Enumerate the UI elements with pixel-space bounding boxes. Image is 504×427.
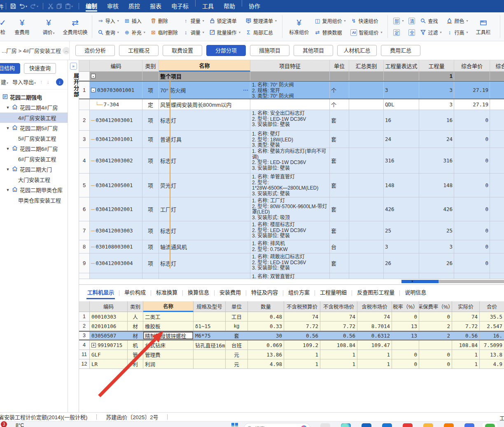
sidebar-tool-建[interactable]: 建▾	[1, 78, 8, 86]
notification-badge[interactable]: 3	[1, 421, 7, 427]
view-tab-工程概况[interactable]: 工程概况	[119, 45, 159, 56]
ribbon-button-整理清单[interactable]: 整理清单▾	[245, 16, 277, 26]
column-header-名称[interactable]: 名称	[143, 301, 194, 312]
expand-sections-label[interactable]: 展开分部	[68, 73, 79, 98]
whole-project-row[interactable]: -整个项目1	[79, 72, 504, 81]
menu-tab-报表[interactable]: 报表	[145, 0, 166, 12]
tree-item-花园二期强电[interactable]: 花园二期强电	[0, 92, 68, 102]
ribbon-button-查费用[interactable]: ¥查费用	[9, 14, 35, 40]
ribbon-button-提量[interactable]: ↑提量▾	[183, 16, 204, 26]
name-more-button[interactable]: ⋯	[243, 87, 249, 93]
tree-item-花园二期甲类仓库[interactable]: ▼花园二期甲类仓库	[0, 185, 68, 195]
row-expander[interactable]: +	[91, 343, 96, 347]
resource-row-00010303[interactable]: 100010303人二类工工日0.48747474007435.5	[79, 312, 504, 321]
ribbon-button-查询[interactable]: 查询▾	[98, 28, 119, 38]
view-tab-造价分析[interactable]: 造价分析	[75, 45, 115, 56]
detail-tab-工程量明细[interactable]: 工程量明细	[315, 285, 352, 301]
mail-icon[interactable]	[382, 423, 392, 427]
column-header-不含税市场价[interactable]: 不含税市场价	[320, 301, 357, 312]
undo-icon[interactable]: ▾	[19, 3, 27, 9]
boq-row-8[interactable]: 8─030108003001项轴流通风机1. 名称: 排风机2. 型号: 0.7…	[79, 240, 504, 253]
ribbon-button-工具栏[interactable]: 工具栏	[470, 14, 497, 40]
docs-icon[interactable]	[464, 423, 474, 427]
menu-tab-协作[interactable]: 协作	[244, 0, 265, 12]
view-tab-分部分项[interactable]: 分部分项	[206, 45, 246, 56]
tree-item-4#厂房安装工程[interactable]: 4#厂房安装工程	[0, 113, 68, 123]
move-up-icon[interactable]: ↑	[40, 79, 43, 85]
column-header-编码[interactable]: 编码	[90, 60, 142, 72]
column-header-单位[interactable]: 单位	[330, 60, 349, 72]
download-circle-icon[interactable]: ↓	[56, 78, 63, 86]
view-tab-人材机汇总[interactable]: 人材机汇总	[337, 45, 377, 56]
boq-row-3[interactable]: 3─030412001001项普通灯具1. 名称: 壁灯2. 型号: 18W(L…	[79, 131, 504, 148]
edge-icon[interactable]	[341, 423, 351, 427]
windows-start-icon[interactable]	[231, 423, 238, 427]
sidebar-tool-导入导出[interactable]: 导入导出▾	[12, 78, 36, 86]
ribbon-button-检[interactable]: ✓检	[0, 14, 9, 40]
detail-tab-反查图形工程量[interactable]: 反查图形工程量	[352, 285, 399, 301]
column-header-综合单价[interactable]: 综合单价	[454, 60, 490, 72]
ribbon-button-快速组价[interactable]: ↯快速组价	[350, 16, 382, 26]
ribbon-button-局部汇总[interactable]: Σ局部汇总	[245, 28, 277, 38]
cut-icon[interactable]	[48, 3, 54, 9]
ribbon-button-复用组价[interactable]: ◫复用组价▾	[314, 16, 345, 26]
detail-tab-安装费用[interactable]: 安装费用	[215, 285, 246, 301]
menu-tab-编制[interactable]: 编制	[81, 0, 102, 12]
redo-icon[interactable]: ▾	[30, 3, 38, 9]
ribbon-button-替换数据[interactable]: ⇄替换数据	[314, 28, 345, 38]
ribbon-button-调量[interactable]: ↕调量▾	[183, 28, 204, 38]
ribbon-button-行高[interactable]: ↕行高▾	[446, 28, 468, 38]
ribbon-button-全费用切换[interactable]: ⇄全费用切换	[62, 14, 88, 40]
view-tab-措施项目[interactable]: 措施项目	[250, 45, 289, 56]
menu-tab-帮助[interactable]: 帮助	[219, 0, 240, 12]
tree-item-大门安装工程[interactable]: 大门安装工程	[0, 174, 68, 185]
news-icon[interactable]	[320, 423, 330, 427]
column-header-工程量表达式[interactable]: 工程量表达式	[384, 60, 419, 72]
row-number-header[interactable]	[79, 60, 90, 72]
tree-item-花园二期4#厂房[interactable]: ▼花园二期4#厂房	[0, 102, 68, 113]
column-header-名称[interactable]: 名称	[159, 60, 250, 72]
ribbon-button-标准组价[interactable]: ¥标准组价	[286, 14, 312, 40]
tree-item-花园二期大门[interactable]: ▼花园二期大门	[0, 164, 68, 174]
ribbon-button-插入[interactable]: ⊞插入	[124, 16, 145, 26]
tree-item-甲类仓库安装工程[interactable]: 甲类仓库安装工程	[0, 195, 68, 205]
menu-tab-工具[interactable]: 工具	[197, 0, 219, 12]
ribbon-button-定[interactable]: 定	[393, 28, 404, 38]
ribbon-button-补充[interactable]: ⊕补充▾	[124, 28, 145, 38]
column-header-税率（%）[interactable]: 税率（%）	[392, 301, 419, 312]
folder-icon[interactable]	[423, 423, 433, 427]
boq-row-9[interactable]: 9─030412003004项标志灯1. 名称: 疏散出口标志灯2. 型号: L…	[79, 253, 504, 273]
ribbon-button-清[interactable]: 清	[408, 16, 415, 26]
resource-row-02010106[interactable]: 202010106材橡胶板δ1~15kg0.337.727.728.701413…	[79, 321, 504, 331]
ribbon-button-临时删除[interactable]: ⊠临时删除	[150, 28, 178, 38]
expand-panel-button[interactable]: »	[70, 63, 77, 70]
column-header-合价[interactable]: 合价	[480, 301, 504, 312]
resource-row-03050507[interactable]: 303050507材精制带母镀锌螺栓M6*75套300.560.560.6312…	[79, 331, 504, 340]
ribbon-button-调价[interactable]: ¥调价▾	[35, 14, 62, 40]
move-down-icon[interactable]: ↓	[47, 79, 50, 85]
copy-icon[interactable]	[56, 3, 62, 9]
column-header-含税市场价[interactable]: 含税市场价	[357, 301, 392, 312]
taskbar-search[interactable]: 搜索	[244, 423, 310, 427]
menu-tab-审核[interactable]: 审核	[102, 0, 124, 12]
menu-tab-质控[interactable]: 质控	[124, 0, 145, 12]
row-expander[interactable]: -	[91, 88, 96, 92]
wechat-icon[interactable]	[485, 424, 495, 427]
detail-tab-单价构成[interactable]: 单价构成	[119, 285, 151, 301]
column-header-不含税预算价[interactable]: 不含税预算价	[284, 301, 320, 312]
column-header-工程量[interactable]: 工程量	[419, 60, 454, 72]
column-header-规格及型号[interactable]: 规格及型号	[194, 301, 226, 312]
boq-row-7[interactable]: 7─030412003003项标志灯1. 名称: 楼层标志灯2. 型号: LED…	[79, 221, 504, 240]
expand-arrow-icon[interactable]: ▼	[6, 188, 10, 192]
wps-icon[interactable]	[403, 423, 413, 427]
column-header-单位[interactable]: 单位	[226, 301, 248, 312]
ribbon-button-查找[interactable]: 查找	[420, 16, 441, 26]
detail-tab-组价方案[interactable]: 组价方案	[283, 285, 315, 301]
expand-arrow-icon[interactable]: ▼	[6, 126, 10, 130]
boq-row-2[interactable]: 2─030412003001项标志灯1. 名称: 安全出口标志灯2. 型号: L…	[79, 110, 504, 131]
ribbon-button-删除[interactable]: 删除	[150, 16, 178, 26]
sidebar-tab-目结构[interactable]: 目结构	[0, 63, 20, 74]
column-header-数量[interactable]: 数量	[248, 301, 284, 312]
boq-row-1[interactable]: 1-030703001001项70° 防火阀⋯1. 名称: 70° 防火阀2. …	[79, 81, 504, 99]
file-menu-fragment[interactable]: 件	[0, 2, 4, 10]
